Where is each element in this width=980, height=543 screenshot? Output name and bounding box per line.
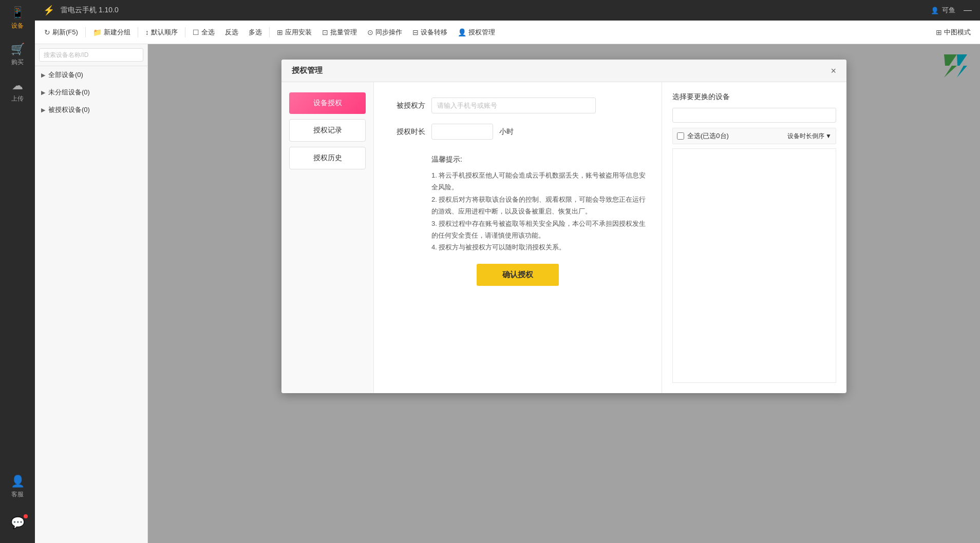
toolbar-divider-2 [138, 27, 138, 37]
device-panel: ▶ 全部设备(0) ▶ 未分组设备(0) ▶ 被授权设备(0) [35, 44, 148, 543]
notice-item-3: 3. 授权过程中存在账号被盗取等相关安全风险，本公司不承担因授权发生的任何安全责… [431, 218, 646, 242]
select-all-label: 全选 [201, 28, 215, 37]
content-area: ▶ 全部设备(0) ▶ 未分组设备(0) ▶ 被授权设备(0) [35, 44, 980, 543]
arrow-icon-3: ▶ [41, 107, 45, 113]
device-group-authorized-label: 被授权设备(0) [48, 105, 90, 114]
multi-select-label: 多选 [249, 28, 262, 37]
refresh-label: 刷新(F5) [52, 28, 78, 37]
arrow-icon: ▶ [41, 72, 45, 79]
notice-item-2: 2. 授权后对方将获取该台设备的控制、观看权限，可能会导致您正在运行的游戏、应用… [431, 193, 646, 218]
device-icon: 📱 [11, 6, 25, 20]
batch-icon: ⊡ [322, 28, 328, 36]
new-group-icon: 📁 [93, 28, 102, 36]
user-info[interactable]: 👤 可鱼 [931, 6, 955, 15]
toolbar-divider-4 [269, 27, 270, 37]
modal-main-content: 被授权方 授权时长 小时 温馨提示: [374, 82, 662, 393]
service-icon: 👤 [11, 475, 25, 488]
default-order-label: 默认顺序 [151, 28, 178, 37]
duration-input[interactable] [431, 124, 493, 140]
device-sort-button[interactable]: 设备时长倒序 ▼ [787, 132, 832, 141]
sync-op-label: 同步操作 [375, 28, 402, 37]
device-group-all[interactable]: ▶ 全部设备(0) [35, 66, 147, 84]
device-group-ungrouped[interactable]: ▶ 未分组设备(0) [35, 84, 147, 101]
nav-auth-record[interactable]: 授权记录 [289, 119, 366, 142]
auth-manage-button[interactable]: 👤 授权管理 [454, 26, 499, 39]
sidebar-device-label: 设备 [11, 22, 24, 30]
batch-manage-button[interactable]: ⊡ 批量管理 [318, 26, 361, 39]
modal-nav: 设备授权 授权记录 授权历史 [281, 82, 374, 393]
sidebar-service-label: 客服 [11, 490, 24, 499]
titlebar-right: 👤 可鱼 — [931, 6, 972, 15]
sort-icon: ↕ [145, 28, 149, 36]
device-search-area [35, 44, 147, 66]
upload-icon: ☁ [12, 79, 23, 92]
device-select-header: 全选(已选0台) 设备时长倒序 ▼ [672, 128, 836, 144]
sync-icon: ⊙ [367, 28, 373, 36]
notice-title: 温馨提示: [431, 155, 646, 164]
duration-label: 授权时长 [389, 127, 425, 137]
refresh-button[interactable]: ↻ 刷新(F5) [40, 26, 82, 39]
new-group-button[interactable]: 📁 新建分组 [89, 26, 135, 39]
select-all-check-area[interactable]: 全选(已选0台) [677, 131, 729, 141]
buy-icon: 🛒 [11, 43, 25, 56]
batch-manage-label: 批量管理 [330, 28, 357, 37]
arrow-icon-2: ▶ [41, 89, 45, 96]
modal-title: 授权管理 [292, 66, 323, 75]
username: 可鱼 [942, 6, 955, 15]
new-group-label: 新建分组 [104, 28, 130, 37]
auth-modal: 授权管理 × 设备授权 授权记录 授权历史 [281, 60, 846, 393]
select-all-checkbox[interactable] [677, 132, 684, 140]
transfer-icon: ⊟ [412, 28, 419, 36]
app-install-icon: ⊞ [277, 28, 283, 36]
default-order-button[interactable]: ↕ 默认顺序 [141, 26, 182, 39]
view-mode-label: 中图模式 [944, 28, 971, 37]
multi-select-button[interactable]: 多选 [244, 26, 266, 39]
device-group-authorized[interactable]: ▶ 被授权设备(0) [35, 101, 147, 119]
checkbox-icon: ☐ [193, 28, 199, 36]
app-install-button[interactable]: ⊞ 应用安装 [273, 26, 316, 39]
device-select-search[interactable] [672, 108, 836, 123]
sidebar-item-upload[interactable]: ☁ 上传 [0, 73, 35, 109]
user-avatar-icon: 👤 [931, 7, 939, 14]
device-group-ungrouped-label: 未分组设备(0) [48, 88, 90, 97]
sidebar-item-message[interactable]: 💬 [0, 510, 35, 538]
sidebar-upload-label: 上传 [11, 94, 24, 103]
grantee-label: 被授权方 [389, 101, 425, 110]
deselect-button[interactable]: 反选 [221, 26, 242, 39]
nav-device-auth[interactable]: 设备授权 [289, 92, 366, 114]
sync-op-button[interactable]: ⊙ 同步操作 [363, 26, 406, 39]
grantee-row: 被授权方 [389, 98, 646, 113]
sidebar-item-buy[interactable]: 🛒 购买 [0, 36, 35, 73]
main-area: ⚡ 雷电云手机 1.10.0 👤 可鱼 — ↻ 刷新(F5) 📁 新建分组 ↕ … [35, 0, 980, 543]
sidebar-buy-label: 购买 [11, 58, 24, 67]
message-badge [24, 514, 28, 518]
modal-header: 授权管理 × [281, 60, 846, 82]
view-mode-icon: ⊞ [936, 28, 942, 36]
notice-item-4: 4. 授权方与被授权方可以随时取消授权关系。 [431, 241, 646, 253]
auth-manage-label: 授权管理 [468, 28, 495, 37]
app-logo-icon: ⚡ [43, 5, 54, 16]
device-transfer-button[interactable]: ⊟ 设备转移 [408, 26, 451, 39]
work-area: 授权管理 × 设备授权 授权记录 授权历史 [148, 44, 980, 543]
toolbar-divider-3 [185, 27, 185, 37]
sort-label: 设备时长倒序 [787, 132, 824, 141]
sidebar-item-service[interactable]: 👤 客服 [0, 469, 35, 505]
titlebar-left: ⚡ 雷电云手机 1.10.0 [43, 5, 119, 16]
auth-icon: 👤 [458, 28, 466, 36]
sort-arrow-icon: ▼ [825, 132, 832, 140]
device-search-input[interactable] [39, 48, 143, 62]
refresh-icon: ↻ [44, 28, 50, 36]
nav-auth-history[interactable]: 授权历史 [289, 147, 366, 169]
device-group-all-label: 全部设备(0) [48, 70, 83, 80]
minimize-button[interactable]: — [964, 6, 972, 15]
select-all-button[interactable]: ☐ 全选 [189, 26, 219, 39]
device-list-area [672, 148, 836, 383]
modal-close-button[interactable]: × [831, 66, 836, 75]
modal-overlay: 授权管理 × 设备授权 授权记录 授权历史 [148, 44, 980, 543]
confirm-auth-button[interactable]: 确认授权 [477, 264, 559, 286]
sidebar-item-device[interactable]: 📱 设备 [0, 0, 35, 36]
grantee-input[interactable] [431, 98, 596, 113]
view-mode-button[interactable]: ⊞ 中图模式 [932, 26, 975, 39]
modal-body: 设备授权 授权记录 授权历史 被授权方 [281, 82, 846, 393]
duration-row: 授权时长 小时 [389, 124, 646, 140]
